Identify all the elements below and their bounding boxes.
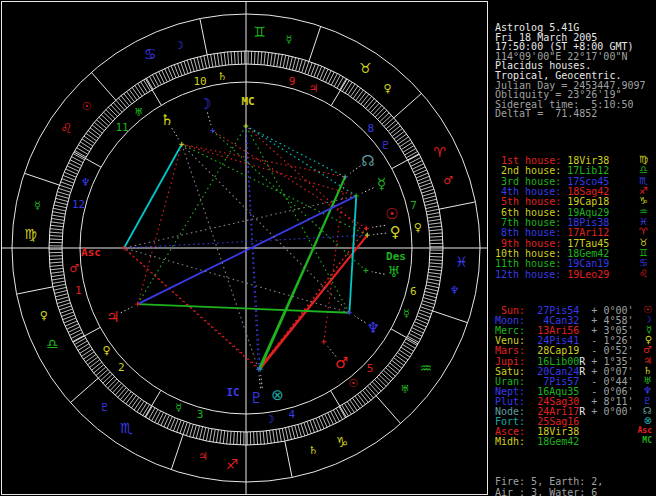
degree-tick bbox=[140, 403, 147, 414]
degree-tick bbox=[78, 145, 89, 152]
degree-tick bbox=[98, 370, 108, 379]
aspect-line-qui-merc-asce bbox=[124, 196, 356, 248]
sign-ruler-glyph-scorpio: ♇ bbox=[100, 401, 110, 414]
degree-tick bbox=[382, 115, 392, 124]
house-ruler-glyph-10: ♄ bbox=[217, 70, 227, 83]
degree-tick bbox=[363, 390, 371, 400]
degree-tick bbox=[390, 126, 400, 134]
degree-tick bbox=[51, 272, 64, 274]
natal-wheel-svg: ☉☽☿♀♂♃♄♅♆♇☊⊗♈♂♉♀♊☿♋☽♌☉♍☿♎♀♏♇♐♃♑♄♒♅♓♆1♂2♀… bbox=[0, 0, 489, 496]
degree-tick bbox=[388, 123, 398, 131]
degree-tick bbox=[274, 53, 276, 66]
degree-tick bbox=[82, 139, 93, 146]
aspect-line-qui-nept-asce bbox=[124, 248, 349, 313]
degree-tick bbox=[430, 260, 443, 261]
degree-tick bbox=[388, 365, 398, 373]
degree-tick bbox=[394, 131, 404, 139]
degree-tick bbox=[103, 374, 112, 383]
degree-tick bbox=[83, 352, 94, 359]
degree-tick bbox=[270, 53, 272, 66]
house-number-8: 8 bbox=[367, 122, 374, 135]
sign-ruler-glyph-gemini: ☿ bbox=[286, 33, 293, 46]
degree-tick bbox=[49, 256, 62, 257]
pointer-sun bbox=[372, 225, 385, 227]
degree-tick bbox=[353, 398, 361, 409]
sign-glyph-leo: ♌ bbox=[60, 120, 73, 136]
aspect-line-squ-venu-fort bbox=[260, 235, 367, 369]
degree-tick bbox=[49, 259, 62, 260]
degree-tick bbox=[426, 285, 439, 288]
degree-tick bbox=[237, 432, 238, 445]
degree-tick bbox=[363, 96, 371, 106]
house-ruler-glyph-2: ♀ bbox=[103, 344, 111, 357]
degree-tick bbox=[426, 209, 439, 212]
degree-tick bbox=[356, 90, 364, 100]
planet-position-list: Sun: 27Pis54 + 0°00'☉Moon: 4Can32 + 4°58… bbox=[490, 306, 656, 447]
degree-tick bbox=[401, 347, 412, 354]
degree-tick bbox=[298, 425, 302, 437]
degree-tick bbox=[370, 384, 379, 394]
degree-tick bbox=[118, 98, 126, 108]
degree-tick bbox=[403, 345, 414, 352]
degree-tick bbox=[422, 301, 434, 305]
degree-tick bbox=[384, 370, 394, 379]
house-number-9: 9 bbox=[289, 75, 296, 88]
planet-glyph-jupi: ♃ bbox=[106, 308, 119, 326]
degree-tick bbox=[146, 406, 153, 417]
degree-tick bbox=[73, 335, 84, 341]
degree-tick bbox=[56, 195, 69, 199]
sign-ruler-glyph-aries: ♂ bbox=[443, 174, 453, 187]
house-number-10: 10 bbox=[194, 75, 207, 88]
degree-tick bbox=[110, 381, 119, 390]
degree-tick bbox=[190, 424, 194, 436]
planet-glyph-satu: ♄ bbox=[160, 111, 173, 129]
degree-tick bbox=[424, 294, 437, 297]
degree-tick bbox=[425, 291, 438, 294]
degree-tick bbox=[254, 51, 255, 64]
degree-tick bbox=[52, 278, 65, 280]
sign-glyph-pisces: ♓ bbox=[455, 254, 468, 270]
degree-tick bbox=[380, 113, 389, 122]
house-cusp-value: 18Pis38 bbox=[567, 217, 609, 228]
degree-tick bbox=[425, 202, 438, 205]
house-number-5: 5 bbox=[367, 362, 374, 375]
degree-tick bbox=[267, 52, 269, 65]
degree-tick bbox=[340, 78, 347, 89]
sign-glyph-gemini: ♊ bbox=[253, 24, 266, 40]
sign-cusp-line bbox=[17, 287, 53, 294]
degree-tick bbox=[146, 78, 153, 89]
sign-cusp-line bbox=[394, 93, 422, 117]
degree-tick bbox=[108, 379, 117, 388]
planet-glyph-sun: ☉ bbox=[385, 205, 398, 223]
degree-tick bbox=[96, 120, 106, 128]
degree-tick bbox=[423, 196, 436, 199]
degree-tick bbox=[292, 57, 295, 70]
degree-tick bbox=[92, 125, 102, 133]
degree-tick bbox=[152, 409, 158, 420]
stats-line-text: Fire: 5, Earth: 2, bbox=[495, 476, 603, 487]
degree-tick bbox=[74, 338, 85, 344]
degree-tick bbox=[80, 142, 91, 149]
degree-tick bbox=[421, 186, 433, 190]
degree-tick bbox=[128, 396, 136, 406]
degree-tick bbox=[351, 86, 358, 97]
degree-tick bbox=[384, 118, 394, 127]
planet-glyph-fort: ⊗ bbox=[271, 386, 284, 404]
degree-tick bbox=[285, 428, 288, 441]
house-number-3: 3 bbox=[197, 408, 204, 421]
planet-row: Midh: 18Gem42 MC bbox=[495, 437, 656, 447]
degree-tick bbox=[196, 426, 199, 439]
degree-tick bbox=[113, 102, 122, 112]
degree-tick bbox=[280, 54, 282, 67]
house-label: 1st house: bbox=[495, 155, 567, 166]
degree-tick bbox=[54, 291, 67, 294]
degree-tick bbox=[204, 56, 207, 69]
degree-tick bbox=[333, 410, 339, 421]
degree-tick bbox=[423, 192, 435, 196]
degree-tick bbox=[234, 51, 235, 64]
degree-tick bbox=[84, 136, 95, 143]
degree-tick bbox=[358, 394, 366, 404]
sign-ruler-glyph-libra: ♀ bbox=[40, 309, 48, 322]
degree-tick bbox=[59, 306, 71, 310]
planet-glyph-mars: ♂ bbox=[335, 354, 348, 372]
